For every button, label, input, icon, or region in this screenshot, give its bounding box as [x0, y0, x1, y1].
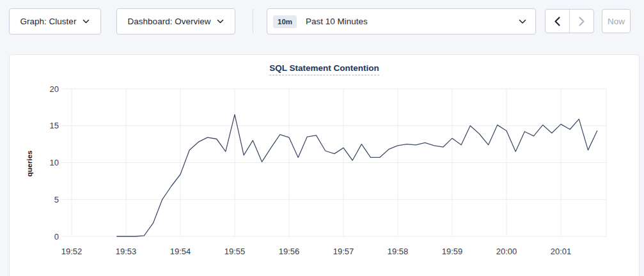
x-tick-label: 19:53 — [116, 247, 137, 256]
toolbar-divider — [253, 9, 253, 33]
dashboard-selector-label: Dashboard: Overview — [128, 17, 211, 26]
graph-selector-label: Graph: Cluster — [20, 17, 77, 26]
y-tick-label: 10 — [50, 158, 59, 167]
time-range-nav — [545, 9, 594, 33]
y-axis-title: queries — [26, 151, 33, 177]
y-tick-label: 15 — [50, 121, 59, 130]
sql-statement-contention-chart[interactable]: 0510152019:5219:5319:5419:5519:5619:5719… — [10, 55, 640, 276]
time-range-label: Past 10 Minutes — [306, 17, 519, 26]
chart-card: SQL Statement Contention 0510152019:5219… — [9, 54, 640, 276]
toolbar: Graph: Cluster Dashboard: Overview 10m P… — [0, 0, 644, 45]
x-tick-label: 20:01 — [551, 247, 572, 256]
now-button[interactable]: Now — [602, 9, 631, 33]
chevron-down-icon — [519, 19, 526, 24]
metric-line-queries — [117, 114, 597, 236]
y-tick-label: 5 — [54, 195, 59, 204]
y-tick-label: 0 — [54, 232, 59, 241]
prev-range-button[interactable] — [546, 10, 569, 33]
x-tick-label: 19:56 — [279, 247, 300, 256]
x-tick-label: 19:54 — [170, 247, 191, 256]
graph-selector-dropdown[interactable]: Graph: Cluster — [9, 8, 101, 34]
x-tick-label: 19:58 — [388, 247, 409, 256]
x-tick-label: 20:00 — [496, 247, 517, 256]
y-tick-label: 20 — [50, 84, 59, 94]
dashboard-selector-dropdown[interactable]: Dashboard: Overview — [116, 8, 235, 34]
chevron-down-icon — [82, 19, 90, 24]
x-tick-label: 19:59 — [442, 247, 463, 256]
time-range-picker[interactable]: 10m Past 10 Minutes — [267, 8, 536, 34]
chevron-down-icon — [217, 19, 224, 24]
next-range-button[interactable] — [569, 10, 593, 33]
x-tick-label: 19:55 — [224, 247, 246, 256]
x-tick-label: 19:57 — [333, 247, 354, 256]
chevron-right-icon — [579, 17, 585, 26]
time-range-badge: 10m — [273, 15, 297, 28]
x-tick-label: 19:52 — [61, 247, 82, 256]
chevron-left-icon — [554, 17, 560, 26]
